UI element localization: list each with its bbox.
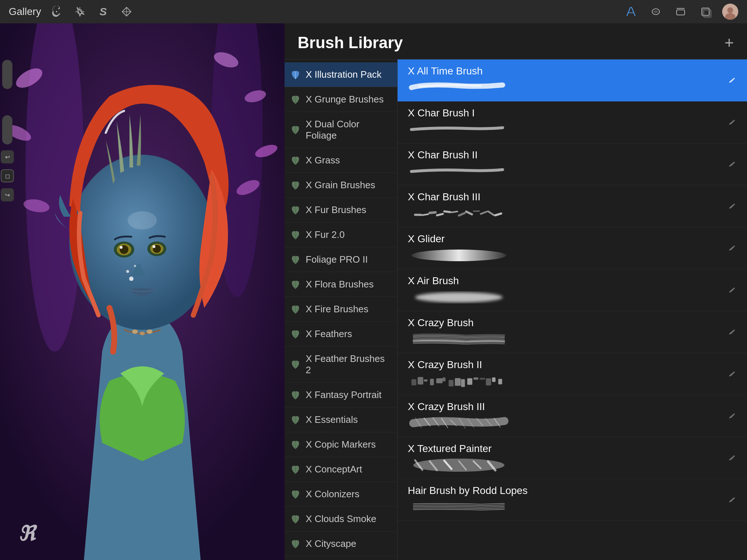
brush-name-char-brush-3: X Char Brush III [408,191,722,203]
brush-item-char-brush-3[interactable]: X Char Brush III [398,185,747,227]
category-name-cityscape: X Cityscape [306,538,356,549]
brush-item-crazy-brush-3[interactable]: X Crazy Brush III [398,395,747,437]
leaf-icon-fur-brushes [290,205,301,215]
category-item-fur-2[interactable]: X Fur 2.0 [285,223,397,247]
svg-rect-62 [442,378,445,382]
svg-rect-65 [461,379,465,387]
category-name-grain-brushes: X Grain Brushes [306,179,375,191]
brush-item-glider[interactable]: X Glider [398,227,747,269]
brush-name-hair-brush: Hair Brush by Rodd Lopes [408,485,722,497]
canvas-area[interactable]: ℜ [0,23,285,560]
category-item-dual-color-foliage[interactable]: X Dual Color Foliage [285,112,397,148]
category-item-colonizers[interactable]: X Colonizers [285,482,397,507]
category-item-fur-brushes[interactable]: X Fur Brushes [285,198,397,223]
brush-preview-all-time-brush [408,80,722,95]
brush-edit-icon-textured-painter[interactable] [727,453,737,463]
category-item-flora-brushes[interactable]: X Flora Brushes [285,272,397,297]
svg-rect-69 [486,378,491,385]
leaf-icon-foliage-pro-2 [290,255,301,265]
undo-button[interactable]: ↩ [1,150,14,163]
layers-tool-button[interactable] [697,4,713,20]
brush-edit-icon-glider[interactable] [727,243,737,253]
leaf-icon-dual-color-foliage [290,125,301,135]
wrench-icon[interactable] [49,4,65,20]
svg-line-47 [444,211,450,212]
category-item-feather-brushes-2[interactable]: X Feather Brushes 2 [285,347,397,383]
category-item-copic-markers[interactable]: X Copic Markers [285,432,397,457]
leaf-icon-feather-brushes-2 [290,359,301,370]
text-icon[interactable]: S [95,4,111,20]
brush-item-air-brush[interactable]: X Air Brush [398,269,747,311]
category-item-grain-brushes[interactable]: X Grain Brushes [285,173,397,198]
svg-rect-61 [436,378,442,383]
category-item-foliage-pro-2[interactable]: Foliage PRO II [285,247,397,272]
svg-point-39 [129,277,133,281]
brush-item-char-brush-2[interactable]: X Char Brush II [398,143,747,185]
brush-edit-icon-char-brush-3[interactable] [727,201,737,211]
svg-rect-58 [418,377,423,385]
brush-edit-icon-all-time-brush[interactable] [727,75,737,85]
toolbar-right [623,4,738,20]
gallery-button[interactable]: Gallery [9,6,41,18]
brush-preview-crazy-brush-3 [408,416,722,431]
brush-edit-icon-crazy-brush[interactable] [727,327,737,337]
erase-tool-button[interactable] [673,4,689,20]
avatar[interactable] [722,4,738,20]
category-name-grunge-brushes: X Grunge Brushes [306,94,384,105]
svg-rect-64 [455,378,461,386]
svg-point-40 [126,270,129,273]
svg-point-27 [132,329,138,334]
cursor-icon[interactable] [72,4,88,20]
svg-rect-60 [430,379,434,385]
brush-edit-icon-crazy-brush-2[interactable] [727,369,737,379]
brush-item-crazy-brush-2[interactable]: X Crazy Brush II [398,353,747,395]
brush-item-crazy-brush[interactable]: X Crazy Brush [398,311,747,353]
category-item-charcoal-brushes[interactable]: X Charcoal Brushes [285,556,397,560]
category-item-fantasy-portrait[interactable]: X Fantasy Portrait [285,383,397,408]
category-item-feathers[interactable]: X Feathers [285,322,397,347]
svg-rect-57 [411,379,416,385]
category-name-illustration-pack: X Illustration Pack [306,69,382,80]
brush-item-textured-painter[interactable]: X Textured Painter [398,437,747,479]
category-name-conceptart: X ConceptArt [306,464,362,475]
brush-edit-icon-hair-brush[interactable] [727,495,737,505]
svg-line-44 [422,214,428,215]
category-name-fur-2: X Fur 2.0 [306,229,345,240]
opacity-slider[interactable] [2,115,12,144]
leaf-icon-grunge-brushes [290,94,301,105]
category-item-clouds-smoke[interactable]: X Clouds Smoke [285,507,397,532]
brush-edit-icon-char-brush-2[interactable] [727,159,737,169]
category-item-cityscape[interactable]: X Cityscape [285,532,397,556]
svg-line-46 [437,214,443,215]
category-item-grunge-brushes[interactable]: X Grunge Brushes [285,87,397,112]
category-item-essentials[interactable]: X Essentials [285,408,397,432]
brush-item-hair-brush[interactable]: Hair Brush by Rodd Lopes [398,479,747,521]
brush-info-hair-brush: Hair Brush by Rodd Lopes [408,485,722,515]
smudge-tool-button[interactable] [648,4,664,20]
brush-library-title: Brush Library [298,34,403,52]
add-brush-button[interactable]: + [724,35,734,51]
brush-name-char-brush-2: X Char Brush II [408,149,722,161]
category-item-grass[interactable]: X Grass [285,148,397,173]
brush-item-char-brush-1[interactable]: X Char Brush I [398,101,747,143]
leaf-icon-clouds-smoke [290,514,301,524]
category-item-conceptart[interactable]: X ConceptArt [285,457,397,482]
svg-point-41 [134,265,136,267]
brush-edit-icon-air-brush[interactable] [727,285,737,295]
redo-button[interactable]: ↪ [1,188,14,201]
svg-line-52 [481,212,487,214]
category-name-clouds-smoke: X Clouds Smoke [306,513,376,525]
brush-edit-icon-crazy-brush-3[interactable] [727,411,737,421]
pen-tool-button[interactable] [623,4,639,20]
svg-rect-63 [449,380,453,386]
brush-item-all-time-brush[interactable]: X All Time Brush [398,59,747,101]
svg-line-48 [452,212,457,212]
brush-edit-icon-char-brush-1[interactable] [727,117,737,127]
color-square[interactable]: ◻ [1,169,14,182]
toolbar: Gallery S [0,0,747,23]
transform-icon[interactable] [119,4,135,20]
brush-size-slider[interactable] [2,60,12,89]
brush-preview-char-brush-3 [408,206,722,221]
category-item-fire-brushes[interactable]: X Fire Brushes [285,297,397,322]
category-item-illustration-pack[interactable]: X Illustration Pack [285,62,397,87]
